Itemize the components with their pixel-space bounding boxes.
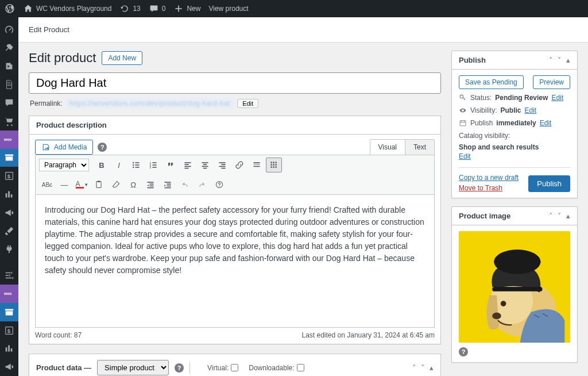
- product-description-panel: Product description Add Media ?: [29, 116, 441, 344]
- sidebar-comments[interactable]: [0, 94, 18, 112]
- sidebar-products[interactable]: [0, 149, 18, 167]
- sidebar-plugins[interactable]: [0, 240, 18, 259]
- help-icon[interactable]: ?: [175, 363, 184, 373]
- woo-icon: woo: [4, 291, 14, 297]
- svg-rect-51: [164, 187, 171, 189]
- align-left-button[interactable]: [180, 158, 196, 172]
- add-media-button[interactable]: Add Media: [35, 140, 93, 155]
- blockquote-button[interactable]: [163, 158, 179, 172]
- svg-rect-47: [147, 187, 153, 189]
- megaphone-icon: [4, 208, 14, 218]
- indent-button[interactable]: [160, 177, 176, 192]
- add-new-button[interactable]: Add New: [102, 51, 142, 65]
- status-edit-link[interactable]: Edit: [551, 94, 563, 102]
- ul-button[interactable]: [128, 158, 144, 172]
- help-icon[interactable]: ?: [98, 143, 107, 152]
- align-center-button[interactable]: [197, 158, 213, 172]
- panel-controls: ˄ ˅ ▴: [412, 363, 434, 372]
- tab-text[interactable]: Text: [405, 140, 434, 155]
- tab-visual[interactable]: Visual: [370, 140, 405, 155]
- sidebar-pages[interactable]: [0, 75, 18, 94]
- preview-button[interactable]: Preview: [533, 75, 570, 89]
- move-down-button[interactable]: ˅: [558, 56, 562, 64]
- ol-button[interactable]: 123: [145, 158, 161, 172]
- wp-logo[interactable]: [5, 3, 15, 14]
- sidebar-woo-admin[interactable]: woo: [0, 131, 18, 149]
- redo-button[interactable]: [194, 177, 210, 192]
- product-type-select[interactable]: Simple product: [97, 360, 169, 375]
- comments-link[interactable]: 0: [149, 3, 166, 14]
- sidebar-posts[interactable]: [0, 39, 18, 57]
- italic-button[interactable]: I: [111, 158, 127, 172]
- word-count: Word count: 87: [35, 331, 82, 339]
- chart-icon: [4, 189, 14, 199]
- strikethrough-button[interactable]: ABє: [39, 177, 55, 192]
- align-right-button[interactable]: [214, 158, 230, 172]
- permalink-edit-button[interactable]: Edit: [237, 99, 258, 108]
- view-product-link[interactable]: View product: [208, 5, 248, 13]
- svg-rect-40: [273, 166, 274, 167]
- specialchar-button[interactable]: Ω: [125, 177, 141, 192]
- sidebar-wcv-products[interactable]: [0, 303, 18, 321]
- updates-link[interactable]: 13: [119, 3, 140, 14]
- svg-rect-59: [492, 287, 542, 291]
- new-link[interactable]: New: [173, 3, 200, 14]
- help-icon[interactable]: ?: [459, 347, 468, 356]
- toolbar-toggle-button[interactable]: [266, 158, 282, 172]
- toggle-button[interactable]: ▴: [566, 212, 570, 220]
- move-up-button[interactable]: ˄: [549, 56, 553, 64]
- move-trash-link[interactable]: Move to Trash: [459, 184, 519, 192]
- svg-point-8: [133, 164, 134, 166]
- move-down-button[interactable]: ˅: [558, 212, 562, 220]
- sidebar-appearance[interactable]: [0, 222, 18, 240]
- permalink-url[interactable]: https://wcvendors.com/dev/product/dog-ha…: [66, 98, 234, 109]
- sidebar-dashboard[interactable]: [0, 21, 18, 39]
- more-button[interactable]: [249, 158, 265, 172]
- svg-point-53: [460, 95, 463, 98]
- toggle-button[interactable]: ▴: [430, 363, 434, 372]
- sidebar-analytics[interactable]: [0, 185, 18, 204]
- toggle-button[interactable]: ▴: [566, 56, 570, 64]
- comment-icon: [4, 98, 14, 108]
- svg-rect-27: [221, 164, 225, 165]
- sidebar-wcv-marketing[interactable]: [0, 358, 18, 376]
- product-image-thumbnail[interactable]: [459, 231, 570, 343]
- catalog-edit-link[interactable]: Edit: [459, 152, 570, 160]
- svg-rect-34: [273, 162, 274, 163]
- schedule-edit-link[interactable]: Edit: [540, 119, 552, 127]
- pastetext-button[interactable]: [91, 177, 107, 192]
- product-title-input[interactable]: [29, 72, 441, 94]
- outdent-button[interactable]: [142, 177, 158, 192]
- chart-icon: [4, 343, 14, 354]
- bold-button[interactable]: B: [94, 158, 110, 172]
- move-down-button[interactable]: ˅: [421, 363, 425, 372]
- clearformat-button[interactable]: [108, 177, 124, 192]
- align-right-icon: [218, 160, 227, 170]
- downloadable-checkbox[interactable]: Downloadable:: [249, 364, 304, 372]
- sidebar-wcv-analytics[interactable]: [0, 339, 18, 358]
- move-up-button[interactable]: ˄: [412, 363, 416, 372]
- textcolor-button[interactable]: A▾: [74, 177, 90, 192]
- hr-button[interactable]: —: [56, 177, 72, 192]
- copy-draft-link[interactable]: Copy to a new draft: [459, 174, 519, 182]
- editor-content[interactable]: Introducing our Dog Hard Hat – the perfe…: [36, 195, 434, 327]
- sidebar-media[interactable]: [0, 57, 18, 76]
- sidebar-wcv-settings[interactable]: [0, 266, 18, 285]
- sidebar-woocommerce[interactable]: [0, 112, 18, 131]
- format-select[interactable]: Paragraph: [39, 159, 89, 171]
- sidebar-payments[interactable]: $: [0, 167, 18, 185]
- sidebar-wcv-payments[interactable]: $: [0, 321, 18, 340]
- help-button[interactable]: [211, 177, 227, 192]
- svg-rect-26: [219, 162, 225, 163]
- undo-button[interactable]: [177, 177, 193, 192]
- site-link[interactable]: WC Vendors Playground: [23, 3, 111, 14]
- publish-button[interactable]: Publish: [528, 175, 570, 192]
- align-left-icon: [183, 160, 192, 170]
- link-button[interactable]: [231, 158, 247, 172]
- visibility-edit-link[interactable]: Edit: [524, 106, 536, 114]
- virtual-checkbox[interactable]: Virtual:: [207, 364, 238, 372]
- move-up-button[interactable]: ˄: [549, 212, 553, 220]
- sidebar-marketing[interactable]: [0, 204, 18, 222]
- sidebar-wcv-woo[interactable]: woo: [0, 285, 18, 303]
- save-pending-button[interactable]: Save as Pending: [459, 75, 524, 89]
